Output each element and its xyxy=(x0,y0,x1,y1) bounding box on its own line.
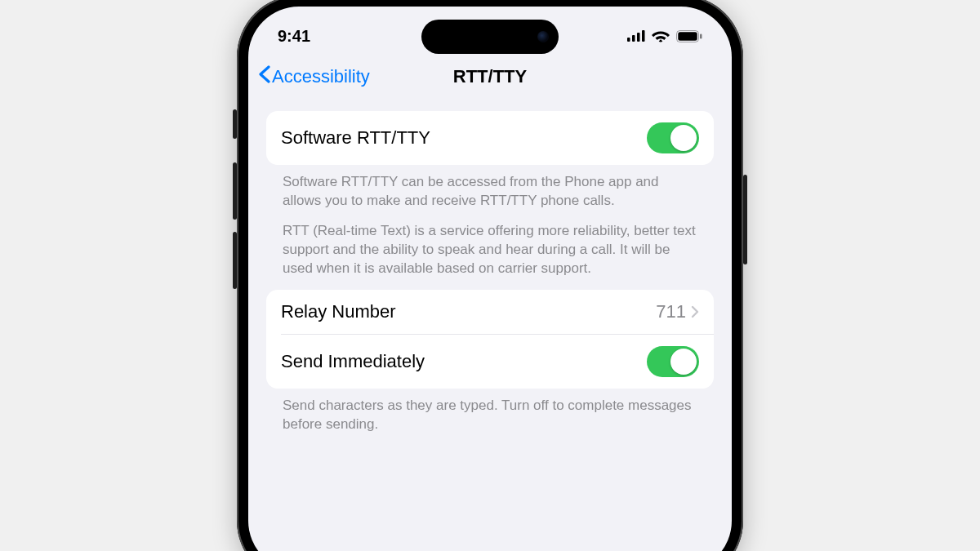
dynamic-island xyxy=(421,20,559,54)
back-button[interactable]: Accessibility xyxy=(258,65,370,88)
status-right xyxy=(627,29,702,42)
send-immediately-toggle[interactable] xyxy=(647,346,699,377)
svg-rect-2 xyxy=(637,33,640,42)
page-title: RTT/TTY xyxy=(453,66,527,87)
mute-switch xyxy=(233,109,237,139)
group-relay-send-footer: Send characters as they are typed. Turn … xyxy=(266,389,714,446)
row-label: Send Immediately xyxy=(281,351,425,372)
screen: 9:41 Accessibility RTT/TTY xyxy=(248,7,732,551)
svg-rect-6 xyxy=(700,33,702,38)
volume-down-button xyxy=(233,232,237,289)
group-software-rtt: Software RTT/TTY xyxy=(266,111,714,165)
row-value-wrap: 711 xyxy=(656,301,699,322)
svg-rect-0 xyxy=(627,38,630,42)
toggle-knob xyxy=(670,125,697,151)
row-label: Software RTT/TTY xyxy=(281,127,430,149)
group-relay-send: Relay Number 711 Send Immediately xyxy=(266,290,714,389)
power-button xyxy=(743,175,747,264)
chevron-left-icon xyxy=(258,65,270,88)
svg-rect-3 xyxy=(642,30,645,42)
row-relay-number[interactable]: Relay Number 711 xyxy=(266,290,714,334)
cellular-signal-icon xyxy=(627,30,645,42)
content: Software RTT/TTY Software RTT/TTY can be… xyxy=(248,96,732,446)
row-label: Relay Number xyxy=(281,301,396,322)
footer-paragraph: Software RTT/TTY can be accessed from th… xyxy=(283,173,697,211)
footer-paragraph: RTT (Real-time Text) is a service offeri… xyxy=(283,222,697,278)
phone-frame: 9:41 Accessibility RTT/TTY xyxy=(237,0,743,551)
battery-icon xyxy=(676,30,702,42)
group-software-rtt-footer: Software RTT/TTY can be accessed from th… xyxy=(266,165,714,290)
nav-bar: Accessibility RTT/TTY xyxy=(248,57,732,96)
toggle-knob xyxy=(670,349,697,375)
front-camera xyxy=(537,31,549,42)
footer-paragraph: Send characters as they are typed. Turn … xyxy=(283,397,697,434)
svg-rect-1 xyxy=(632,35,635,42)
svg-rect-5 xyxy=(678,32,697,40)
chevron-right-icon xyxy=(691,305,699,318)
row-send-immediately[interactable]: Send Immediately xyxy=(266,335,714,389)
relay-number-value: 711 xyxy=(656,301,686,322)
wifi-icon xyxy=(652,29,670,42)
volume-up-button xyxy=(233,162,237,220)
row-software-rtt-tty[interactable]: Software RTT/TTY xyxy=(266,111,714,165)
back-label: Accessibility xyxy=(272,66,370,87)
software-rtt-tty-toggle[interactable] xyxy=(647,122,699,153)
status-time: 9:41 xyxy=(278,27,310,46)
